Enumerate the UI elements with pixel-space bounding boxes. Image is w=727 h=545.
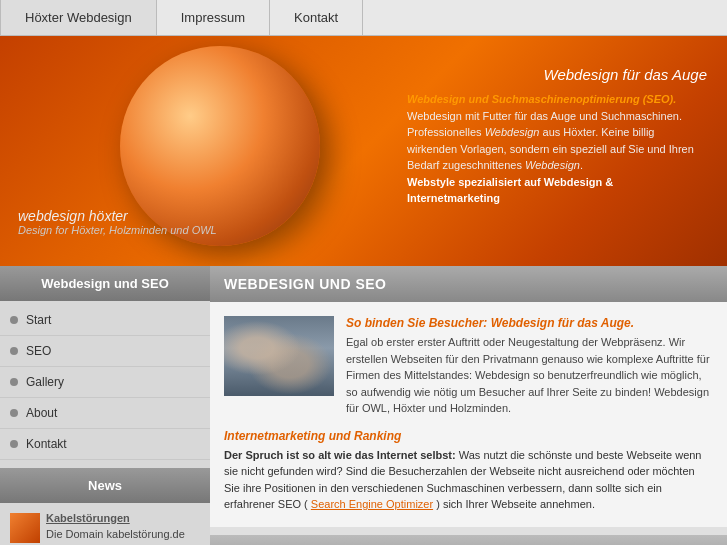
bullet-icon [10,378,18,386]
sidebar-item-seo[interactable]: SEO [0,336,210,367]
hero-heading: Webdesign für das Auge [407,66,707,83]
hero-intro-bold: Webdesign und Suchmaschinenoptimierung (… [407,93,676,105]
hero-banner: webdesign höxter Design for Höxter, Holz… [0,36,727,266]
sidebar-item-start[interactable]: Start [0,305,210,336]
news-link[interactable]: Kabelstörungen [46,512,130,524]
sidebar-item-gallery[interactable]: Gallery [0,367,210,398]
ranking-section: Internetmarketing und Ranking Der Spruch… [224,429,713,513]
sidebar-nav: Start SEO Gallery About Kontakt [0,301,210,464]
nav-impressum[interactable]: Impressum [157,0,270,35]
hero-intro-text: Webdesign mit Futter für das Auge und Su… [407,110,694,172]
article-heading: So binden Sie Besucher: Webdesign für da… [346,316,713,330]
sidebar-link-gallery[interactable]: Gallery [18,367,210,397]
ranking-link[interactable]: Search Engine Optimizer [311,498,433,510]
seo-article: So binden Sie Besucher: Webdesign für da… [224,316,713,417]
hero-left-subtitle: Design for Höxter, Holzminden und OWL [18,224,217,236]
sidebar-link-kontakt[interactable]: Kontakt [18,429,210,459]
news-item: Kabelstörungen Die Domain kabelstörung.d… [0,503,210,545]
seo-text: So binden Sie Besucher: Webdesign für da… [346,316,713,417]
top-navigation: Höxter Webdesign Impressum Kontakt [0,0,727,36]
hero-text-right: Webdesign für das Auge Webdesign und Suc… [407,66,707,207]
news-image-icon [10,513,40,543]
sidebar-link-start[interactable]: Start [18,305,210,335]
section-divider [210,527,727,535]
news-content: Kabelstörungen Die Domain kabelstörung.d… [46,511,200,545]
article-body: Egal ob erster erster Auftritt oder Neug… [346,334,713,417]
bullet-icon [10,316,18,324]
sidebar-link-seo[interactable]: SEO [18,336,210,366]
sidebar-link-about[interactable]: About [18,398,210,428]
news-header: News [0,468,210,503]
sidebar-header: Webdesign und SEO [0,266,210,301]
bullet-icon [10,440,18,448]
hero-left-title: webdesign höxter [18,208,217,224]
main-content: WEBDESIGN UND SEO So binden Sie Besucher… [210,266,727,545]
seo-image-inner [224,316,334,396]
ranking-text2-span: ) sich Ihrer Webseite annehmen. [436,498,595,510]
sidebar: Webdesign und SEO Start SEO Gallery Abou… [0,266,210,545]
ranking-text: Der Spruch ist so alt wie das Internet s… [224,447,713,513]
bullet-icon [10,347,18,355]
hero-webstyle: Webstyle spezialisiert auf Webdesign & I… [407,176,613,205]
section1-header: WEBDESIGN UND SEO [210,266,727,302]
nav-hoxter[interactable]: Höxter Webdesign [0,0,157,35]
section2-header: WEBDESIGN FÜR DAS AUGE [210,535,727,546]
seo-article-image [224,316,334,396]
bullet-icon [10,409,18,417]
ranking-heading: Internetmarketing und Ranking [224,429,713,443]
ranking-intro-bold: Der Spruch ist so alt wie das Internet s… [224,449,456,461]
sidebar-item-about[interactable]: About [0,398,210,429]
nav-kontakt[interactable]: Kontakt [270,0,363,35]
news-body-text: Die Domain kabelstörung.de hat nach kabe… [46,527,200,545]
sidebar-item-kontakt[interactable]: Kontakt [0,429,210,460]
main-container: Webdesign und SEO Start SEO Gallery Abou… [0,266,727,545]
hero-body: Webdesign und Suchmaschinenoptimierung (… [407,91,707,207]
hero-text-left: webdesign höxter Design for Höxter, Holz… [18,208,217,236]
section1-body: So binden Sie Besucher: Webdesign für da… [210,302,727,527]
